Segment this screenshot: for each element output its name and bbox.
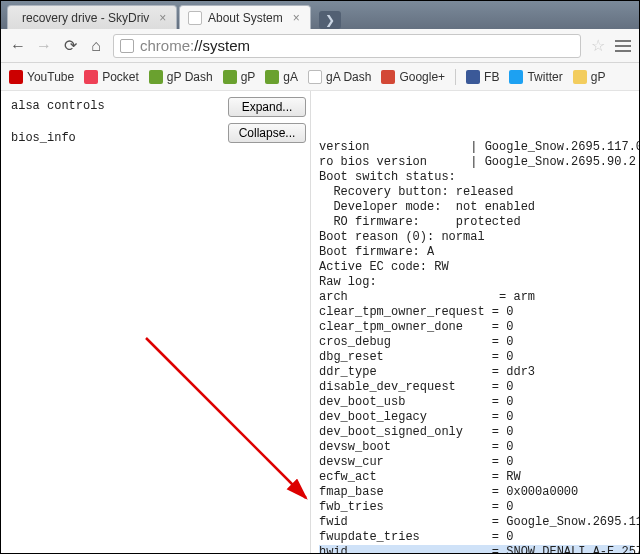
bios-line: ro bios version | Google_Snow.2695.90.2: [319, 155, 636, 169]
bookmark-label: gP: [591, 70, 606, 84]
bios-line: devsw_boot = 0: [319, 440, 513, 454]
bios-line: clear_tpm_owner_done = 0: [319, 320, 513, 334]
bookmark-google-plus[interactable]: Google+: [381, 70, 445, 84]
bookmark-label: gA: [283, 70, 298, 84]
bios-line: fmap_base = 0x000a0000: [319, 485, 578, 499]
bios-line: Developer mode: not enabled: [319, 200, 535, 214]
bookmark-label: gP: [241, 70, 256, 84]
bookmark-star-icon[interactable]: ☆: [589, 37, 607, 55]
sidebar-item-bios-info[interactable]: bios_info: [11, 127, 211, 159]
bookmark-label: Twitter: [527, 70, 562, 84]
bookmark-label: gP Dash: [167, 70, 213, 84]
reload-button[interactable]: ⟳: [61, 37, 79, 55]
folder-icon: [573, 70, 587, 84]
bios-info-detail[interactable]: version | Google_Snow.2695.117.0 ro bios…: [311, 91, 639, 554]
bios-line: Boot reason (0): normal: [319, 230, 485, 244]
bios-line: dev_boot_legacy = 0: [319, 410, 513, 424]
bookmark-label: gA Dash: [326, 70, 371, 84]
page-icon: [188, 11, 202, 25]
bios-line: Active EC code: RW: [319, 260, 449, 274]
close-icon[interactable]: ×: [293, 11, 300, 25]
bookmarks-bar: YouTube Pocket gP Dash gP gA gA Dash Goo…: [1, 63, 639, 91]
bios-line: Recovery button: released: [319, 185, 513, 199]
youtube-icon: [9, 70, 23, 84]
bios-line: clear_tpm_owner_request = 0: [319, 305, 513, 319]
bios-line: Boot firmware: A: [319, 245, 434, 259]
bookmark-label: YouTube: [27, 70, 74, 84]
omnibox[interactable]: chrome://system: [113, 34, 581, 58]
close-icon[interactable]: ×: [159, 11, 166, 25]
gp-icon: [149, 70, 163, 84]
bookmark-folder-gp[interactable]: gP: [573, 70, 606, 84]
bookmark-label: FB: [484, 70, 499, 84]
bookmark-ga[interactable]: gA: [265, 70, 298, 84]
facebook-icon: [466, 70, 480, 84]
toolbar: ← → ⟳ ⌂ chrome://system ☆: [1, 29, 639, 63]
bookmark-pocket[interactable]: Pocket: [84, 70, 139, 84]
tab-strip: recovery drive - SkyDriv × About System …: [1, 1, 639, 29]
bookmark-label: Google+: [399, 70, 445, 84]
new-tab-button[interactable]: ❯: [319, 11, 341, 29]
bookmark-gp-dash[interactable]: gP Dash: [149, 70, 213, 84]
bios-line: devsw_cur = 0: [319, 455, 513, 469]
pocket-icon: [84, 70, 98, 84]
bookmark-ga-dash[interactable]: gA Dash: [308, 70, 371, 84]
gp-icon: [223, 70, 237, 84]
system-page: alsa controls bios_info Expand... Collap…: [1, 91, 639, 554]
bios-line: cros_debug = 0: [319, 335, 513, 349]
ga-icon: [308, 70, 322, 84]
bios-line: dev_boot_usb = 0: [319, 395, 513, 409]
bookmark-label: Pocket: [102, 70, 139, 84]
tab-title: recovery drive - SkyDriv: [22, 11, 149, 25]
bios-line: version | Google_Snow.2695.117.0: [319, 140, 639, 154]
bios-line: fwid = Google_Snow.2695.117.0: [319, 515, 639, 529]
button-column: Expand... Collapse...: [221, 91, 311, 554]
bios-line: ddr_type = ddr3: [319, 365, 535, 379]
bookmark-gp[interactable]: gP: [223, 70, 256, 84]
page-icon: [120, 39, 134, 53]
chrome-menu-button[interactable]: [615, 40, 631, 52]
bios-line: Raw log:: [319, 275, 377, 289]
bios-line-hwid-highlighted: hwid = SNOW DENALI A-E 2577: [319, 545, 633, 554]
bios-line: fwb_tries = 0: [319, 500, 513, 514]
key-list-sidebar: alsa controls bios_info: [1, 91, 221, 554]
url-scheme: chrome:: [140, 37, 194, 54]
tab-recovery-drive[interactable]: recovery drive - SkyDriv ×: [7, 5, 177, 29]
bios-line: dbg_reset = 0: [319, 350, 513, 364]
bookmark-separator: [455, 69, 456, 85]
bookmark-twitter[interactable]: Twitter: [509, 70, 562, 84]
bios-line: RO firmware: protected: [319, 215, 521, 229]
sidebar-item-alsa-controls[interactable]: alsa controls: [11, 95, 211, 127]
bios-line: ecfw_act = RW: [319, 470, 521, 484]
tab-about-system[interactable]: About System ×: [179, 5, 311, 29]
bios-line: Boot switch status:: [319, 170, 456, 184]
bios-line: fwupdate_tries = 0: [319, 530, 513, 544]
ga-icon: [265, 70, 279, 84]
expand-button[interactable]: Expand...: [228, 97, 306, 117]
bookmark-youtube[interactable]: YouTube: [9, 70, 74, 84]
bookmark-fb[interactable]: FB: [466, 70, 499, 84]
home-button[interactable]: ⌂: [87, 37, 105, 55]
collapse-button[interactable]: Collapse...: [228, 123, 306, 143]
twitter-icon: [509, 70, 523, 84]
tab-title: About System: [208, 11, 283, 25]
url-path: //system: [194, 37, 250, 54]
bios-line: disable_dev_request = 0: [319, 380, 513, 394]
back-button[interactable]: ←: [9, 37, 27, 55]
forward-button[interactable]: →: [35, 37, 53, 55]
googleplus-icon: [381, 70, 395, 84]
bios-line: dev_boot_signed_only = 0: [319, 425, 513, 439]
bios-line: arch = arm: [319, 290, 535, 304]
